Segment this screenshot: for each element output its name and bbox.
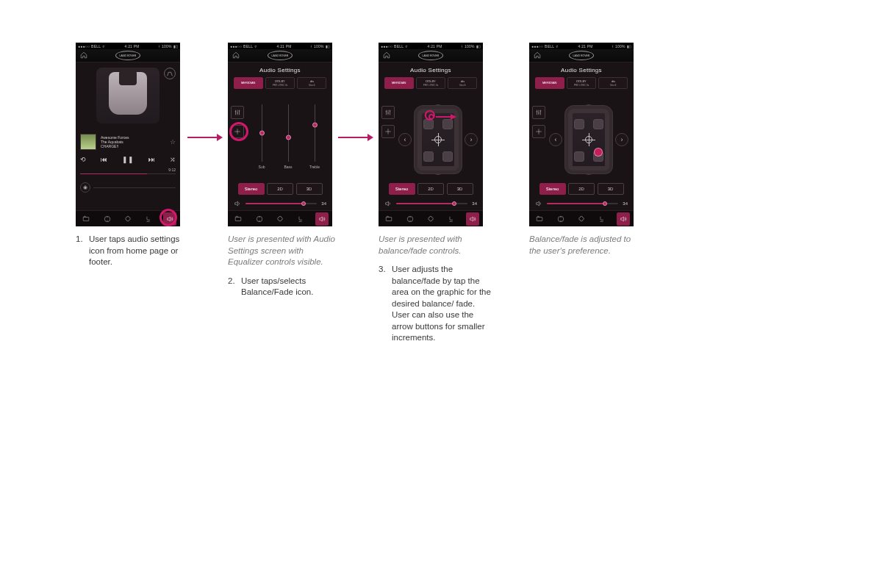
nav-media-button[interactable]	[232, 212, 245, 226]
brand-tab-dolby[interactable]: DOLBYPRO LOGIC IIx	[416, 77, 445, 89]
brand-tab-dts[interactable]: dtsNeo:6	[598, 77, 628, 89]
balance-left-button[interactable]: ‹	[549, 133, 562, 146]
mode-tab-2d[interactable]: 2D	[267, 183, 293, 195]
mode-tab-3d[interactable]: 3D	[296, 183, 323, 195]
volume-icon	[234, 200, 241, 208]
track-album: CHARGE!!	[101, 144, 165, 148]
brand-tab-meridian[interactable]: MERIDIAN	[535, 77, 564, 89]
nav-audio-button[interactable]	[315, 212, 329, 226]
album-art	[80, 134, 96, 150]
seat-controls-button[interactable]	[164, 68, 176, 79]
nav-audio-button[interactable]	[617, 212, 630, 226]
volume-icon	[535, 200, 542, 208]
status-bar: ●●●○○BELLᯤ 4:21 PM ᚼ100%▮▯	[379, 43, 483, 49]
brand-tab-meridian[interactable]: MERIDIAN	[384, 77, 414, 89]
nav-media-button[interactable]	[533, 212, 546, 226]
mode-tab-stereo[interactable]: Stereo	[238, 183, 265, 195]
car-top-view[interactable]	[415, 106, 462, 173]
battery-label: 100%	[314, 44, 324, 49]
equalizer-button[interactable]	[231, 106, 244, 119]
footer-nav	[76, 210, 180, 226]
balance-left-button[interactable]: ‹	[398, 133, 412, 146]
nav-climate-button[interactable]	[121, 212, 135, 226]
brand-badge: LAND ROVER	[115, 51, 140, 60]
balance-fade-panel: ˄ ˅ ‹ ›	[548, 101, 629, 178]
mode-tab-stereo[interactable]: Stereo	[389, 183, 415, 195]
battery-label: 100%	[615, 44, 625, 49]
carrier-label: BELL	[91, 44, 101, 49]
volume-slider[interactable]	[396, 203, 467, 204]
eq-channel-treble[interactable]: Treble	[304, 103, 325, 175]
caption-1-text: User taps audio settings icon from home …	[89, 234, 189, 268]
balance-right-button[interactable]: ›	[615, 133, 628, 146]
nav-seat-button[interactable]	[445, 212, 458, 226]
nav-media-button[interactable]	[382, 212, 395, 226]
caption-1-num: 1.	[76, 234, 85, 268]
balance-fade-button[interactable]	[532, 125, 545, 138]
seat-illustration	[109, 72, 147, 115]
eq-channel-bass[interactable]: Bass	[278, 103, 298, 175]
pause-button[interactable]: ❚❚	[122, 156, 134, 163]
seat-card[interactable]	[96, 68, 159, 123]
balance-fade-button[interactable]	[381, 125, 395, 138]
caption-4: Balance/fade is adjusted to the user's p…	[529, 234, 642, 257]
home-button[interactable]	[232, 51, 240, 60]
caption-2-gray: User is presented with Audio Settings sc…	[228, 234, 341, 268]
equalizer-button[interactable]	[532, 106, 545, 119]
balance-right-button[interactable]: ›	[465, 133, 478, 146]
volume-slider[interactable]	[245, 203, 317, 204]
brand-tab-dolby[interactable]: DOLBYPRO LOGIC IIx	[265, 77, 295, 89]
next-button[interactable]: ⏭	[148, 156, 155, 163]
now-playing-row[interactable]: Awesome Forces The Aquabats CHARGE!! ☆	[80, 134, 176, 150]
wifi-icon: ᯤ	[405, 44, 409, 49]
caption-4-gray: Balance/fade is adjusted to the user's p…	[529, 234, 642, 257]
brand-tab-meridian[interactable]: MERIDIAN	[234, 77, 263, 89]
repeat-button[interactable]: ⟲	[80, 156, 86, 163]
nav-nav-button[interactable]	[404, 212, 417, 226]
brand-tab-dts[interactable]: dtsNeo:6	[297, 77, 326, 89]
nav-audio-button[interactable]	[163, 212, 176, 226]
prev-button[interactable]: ⏮	[101, 156, 107, 163]
sound-brand-tabs: MERIDIAN DOLBYPRO LOGIC IIx dtsNeo:6	[228, 77, 332, 92]
home-button[interactable]	[534, 51, 541, 60]
nav-audio-button[interactable]	[466, 212, 479, 226]
nav-climate-button[interactable]	[575, 212, 588, 226]
home-button[interactable]	[80, 51, 87, 60]
nav-climate-button[interactable]	[424, 212, 437, 226]
favorite-icon[interactable]: ☆	[170, 138, 176, 146]
eq-channel-sub[interactable]: Sub	[251, 103, 272, 175]
nav-media-button[interactable]	[79, 212, 93, 226]
transport-controls: ⟲ ⏮ ❚❚ ⏭ ⤮	[80, 156, 176, 163]
sound-brand-tabs: MERIDIAN DOLBYPRO LOGIC IIx dtsNeo:6	[529, 77, 634, 92]
nav-seat-button[interactable]	[294, 212, 307, 226]
volume-row: 34	[228, 198, 332, 209]
mode-tab-3d[interactable]: 3D	[598, 183, 624, 195]
nav-nav-button[interactable]	[253, 212, 266, 226]
brand-tab-dts[interactable]: dtsNeo:6	[448, 77, 477, 89]
home-button[interactable]	[383, 51, 390, 60]
caption-3-text: User adjusts the balance/fade by tap the…	[392, 264, 492, 344]
equalizer-button[interactable]	[381, 106, 395, 119]
signal-dots-icon: ●●●○○	[78, 44, 90, 49]
eq-side-controls	[231, 106, 244, 138]
phone-frame: ●●●○○BELLᯤ 4:21 PM ᚼ100%▮▯ LAND ROVER Au…	[228, 43, 332, 226]
status-bar: ●●●○○BELLᯤ 4:21 PM ᚼ100%▮▯	[228, 43, 332, 49]
nav-seat-button[interactable]	[142, 212, 155, 226]
mode-tab-2d[interactable]: 2D	[417, 183, 444, 195]
balance-fade-button[interactable]	[231, 125, 244, 138]
source-button[interactable]: ◉	[80, 182, 90, 193]
mode-tab-2d[interactable]: 2D	[568, 183, 595, 195]
shuffle-button[interactable]: ⤮	[170, 156, 176, 163]
mode-tab-stereo[interactable]: Stereo	[539, 183, 566, 195]
balance-fade-panel: ˄ ˅ ‹ ›	[398, 101, 478, 178]
progress-row[interactable]: 9:12	[80, 168, 176, 175]
nav-climate-button[interactable]	[273, 212, 287, 226]
nav-seat-button[interactable]	[595, 212, 609, 226]
mode-tab-3d[interactable]: 3D	[447, 183, 473, 195]
nav-nav-button[interactable]	[101, 212, 114, 226]
volume-slider[interactable]	[547, 203, 618, 204]
caption-3-num: 3.	[379, 264, 387, 344]
car-top-view[interactable]	[565, 106, 612, 173]
brand-tab-dolby[interactable]: DOLBYPRO LOGIC IIx	[567, 77, 596, 89]
nav-nav-button[interactable]	[554, 212, 567, 226]
